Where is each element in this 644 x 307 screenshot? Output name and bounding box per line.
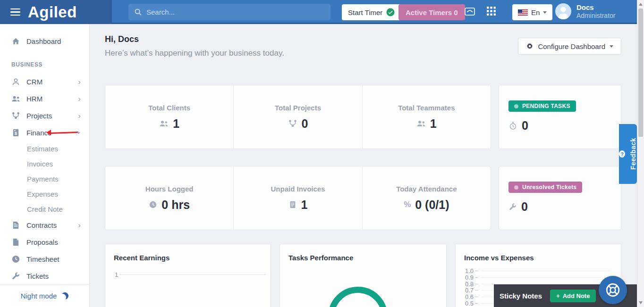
sidebar-item-label: Dashboard [26, 37, 81, 45]
start-timer-label: Start Timer [348, 8, 382, 17]
sidebar-item-proposals[interactable]: Proposals [0, 233, 89, 250]
sidebar-section-business: BUSINESS [0, 61, 89, 68]
grid-icon [487, 7, 496, 16]
user-menu[interactable]: Docs Administrator [555, 3, 615, 20]
stat-value: 0 [521, 200, 528, 214]
donut-chart [328, 287, 388, 307]
sidebar-item-invoices[interactable]: Invoices [0, 156, 89, 171]
moon-icon [61, 292, 68, 299]
sidebar-item-crm[interactable]: CRM › [0, 73, 89, 90]
sidebar-item-finance[interactable]: $ Finance › [0, 124, 89, 141]
y-axis-tick: 1.0 [462, 267, 478, 274]
page-scrollbar[interactable] [637, 0, 644, 307]
sidebar-item-projects[interactable]: Projects › [0, 107, 89, 124]
chevron-right-icon: › [78, 221, 81, 229]
wrench-icon [508, 203, 517, 211]
configure-dashboard-button[interactable]: Configure Dashboard [518, 38, 621, 55]
main-content: Hi, Docs Here’s what’s happening with yo… [90, 24, 637, 307]
stat-value: 0 hrs [161, 198, 190, 212]
chevron-down-icon: › [76, 131, 84, 134]
stat-value: 1 [173, 117, 179, 131]
y-axis-tick: 0.6 [462, 293, 478, 300]
stopwatch-icon [508, 121, 517, 130]
app-logo[interactable]: Agiled [28, 3, 77, 21]
messages-button[interactable] [465, 7, 475, 18]
search-icon [134, 8, 142, 16]
start-timer-button[interactable]: Start Timer [342, 4, 401, 20]
sidebar-item-label: Tickets [26, 272, 81, 280]
wrench-icon [11, 272, 20, 281]
users-icon [416, 119, 426, 128]
avatar [555, 3, 571, 19]
user-name: Docs [576, 3, 615, 12]
stats-row-2: Hours Logged 0 hrs Unpaid Invoices 1 Tod… [105, 166, 621, 230]
greeting-block: Hi, Docs Here’s what’s happening with yo… [105, 34, 284, 58]
question-icon: ? [619, 150, 625, 158]
gridline [482, 277, 610, 278]
active-timers-button[interactable]: Active Timers 0 [398, 4, 465, 20]
home-icon [11, 37, 20, 46]
global-search [128, 4, 330, 20]
y-axis-tick: 0.9 [462, 274, 478, 281]
sticky-notes-title: Sticky Notes [500, 292, 542, 300]
page-title: Hi, Docs [105, 34, 284, 44]
hamburger-menu-icon[interactable] [10, 8, 20, 16]
active-timers-label: Active Timers 0 [406, 8, 458, 17]
users-icon [159, 119, 169, 128]
chart-title: Tasks Performance [280, 244, 446, 262]
sidebar-item-tickets[interactable]: Tickets [0, 267, 89, 284]
scrollbar-thumb[interactable] [638, 8, 643, 137]
night-mode-toggle[interactable]: Night mode [0, 284, 89, 307]
sidebar-item-dashboard[interactable]: Dashboard [0, 33, 89, 50]
sidebar-item-estimates[interactable]: Estimates [0, 141, 89, 156]
life-ring-icon [605, 282, 621, 298]
chevron-right-icon: › [78, 112, 81, 120]
language-selector[interactable]: En [512, 4, 552, 20]
sidebar-item-timesheet[interactable]: Timesheet [0, 250, 89, 267]
person-icon [11, 77, 20, 86]
sidebar-item-contracts[interactable]: Contracts › [0, 216, 89, 233]
stat-value: 0 [302, 117, 308, 131]
sidebar-item-label: Proposals [26, 238, 81, 246]
stats-card: Hours Logged 0 hrs Unpaid Invoices 1 Tod… [105, 166, 491, 230]
us-flag-icon [518, 9, 528, 16]
check-circle-icon [386, 8, 395, 17]
sidebar-item-hrm[interactable]: HRM › [0, 90, 89, 107]
chart-title: Income vs Expenses [456, 244, 621, 262]
stats-card: Total Clients 1 Total Projects 0 Total T… [105, 85, 491, 149]
sidebar-item-credit-note[interactable]: Credit Note [0, 201, 89, 216]
search-input[interactable] [128, 4, 330, 20]
sidebar-item-expenses[interactable]: Expenses [0, 186, 89, 201]
envelope-icon [465, 7, 475, 16]
help-button[interactable] [599, 276, 627, 304]
y-axis-tick: 0.7 [462, 287, 478, 294]
top-navbar: Agiled Start Timer Active Timers 0 En Do… [0, 0, 637, 24]
stat-value: 0 [522, 119, 528, 133]
stat-value: 1 [301, 198, 308, 212]
configure-dashboard-label: Configure Dashboard [538, 42, 605, 50]
stat-total-clients: Total Clients 1 [105, 85, 233, 149]
brand-area: Agiled [0, 0, 112, 24]
sidebar-item-payments[interactable]: Payments [0, 171, 89, 186]
scroll-down-arrow[interactable] [639, 301, 643, 304]
unresolved-tickets-badge: Unresolved Tickets [508, 182, 582, 193]
stat-unpaid-invoices: Unpaid Invoices 1 [233, 166, 362, 230]
clock-icon [11, 255, 20, 264]
apps-grid-button[interactable] [487, 7, 496, 17]
stat-today-attendance: Today Attendance % 0 (0/1) [362, 166, 491, 230]
pending-tasks-badge: PENDING TASKS [508, 100, 576, 112]
sidebar-item-label: Contracts [26, 221, 72, 229]
feedback-label: Feedback [629, 138, 637, 170]
badge-dot [514, 185, 518, 190]
add-note-button[interactable]: + Add Note [550, 290, 596, 302]
people-icon [11, 94, 20, 103]
sidebar-item-label: Projects [26, 112, 72, 120]
sidebar-item-label: CRM [26, 78, 72, 86]
sidebar-item-label: Finance [26, 129, 72, 137]
sidebar-item-label: Timesheet [26, 255, 81, 263]
clock-icon [149, 200, 157, 209]
svg-text:$: $ [15, 131, 17, 136]
caret-down-icon [543, 11, 547, 14]
feedback-tab[interactable]: ? Feedback [619, 124, 637, 184]
scroll-up-arrow[interactable] [639, 3, 643, 6]
